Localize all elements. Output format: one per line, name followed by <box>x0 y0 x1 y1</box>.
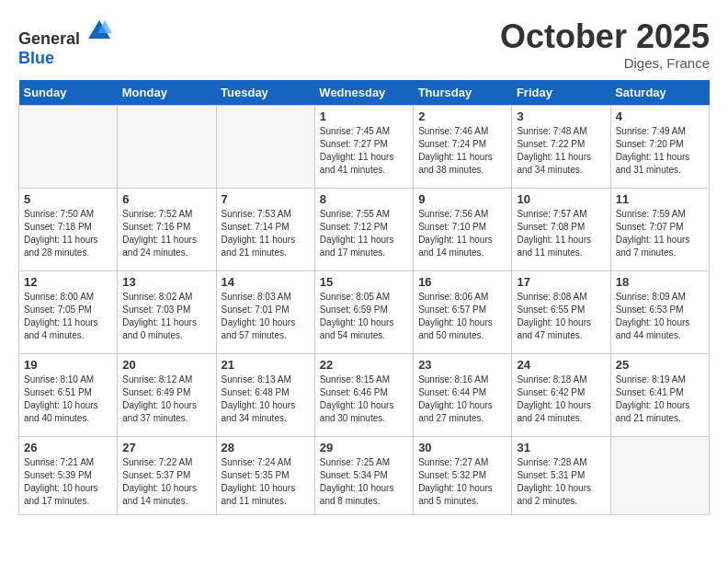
day-info: Sunrise: 8:15 AM Sunset: 6:46 PM Dayligh… <box>320 373 408 425</box>
location: Diges, France <box>500 55 710 71</box>
calendar-cell: 5Sunrise: 7:50 AM Sunset: 7:18 PM Daylig… <box>19 188 118 270</box>
day-number: 30 <box>418 441 506 454</box>
day-number: 16 <box>418 275 506 289</box>
calendar-cell <box>610 436 709 514</box>
calendar-cell: 4Sunrise: 7:49 AM Sunset: 7:20 PM Daylig… <box>610 105 709 188</box>
day-number: 26 <box>24 441 112 454</box>
day-number: 7 <box>222 192 310 206</box>
calendar-cell: 14Sunrise: 8:03 AM Sunset: 7:01 PM Dayli… <box>216 270 314 353</box>
day-number: 13 <box>122 275 210 289</box>
weekday-header-friday: Friday <box>512 80 610 106</box>
weekday-header-saturday: Saturday <box>610 80 709 106</box>
day-number: 11 <box>616 192 704 206</box>
day-number: 8 <box>320 192 408 206</box>
day-info: Sunrise: 8:09 AM Sunset: 6:53 PM Dayligh… <box>616 291 704 342</box>
day-info: Sunrise: 7:25 AM Sunset: 5:34 PM Dayligh… <box>320 456 408 508</box>
day-info: Sunrise: 7:53 AM Sunset: 7:14 PM Dayligh… <box>222 208 310 259</box>
calendar-cell: 31Sunrise: 7:28 AM Sunset: 5:31 PM Dayli… <box>512 436 610 514</box>
day-info: Sunrise: 7:49 AM Sunset: 7:20 PM Dayligh… <box>616 125 704 177</box>
page-header: General Blue October 2025 Diges, France <box>18 18 710 71</box>
day-number: 4 <box>616 109 704 123</box>
calendar-cell: 24Sunrise: 8:18 AM Sunset: 6:42 PM Dayli… <box>512 353 610 436</box>
day-number: 28 <box>222 441 310 454</box>
calendar-cell: 11Sunrise: 7:59 AM Sunset: 7:07 PM Dayli… <box>610 188 709 270</box>
day-number: 24 <box>517 358 605 372</box>
logo-general: General <box>18 29 80 48</box>
calendar-cell: 22Sunrise: 8:15 AM Sunset: 6:46 PM Dayli… <box>314 353 413 436</box>
day-number: 19 <box>24 358 112 372</box>
day-number: 9 <box>418 192 506 206</box>
day-info: Sunrise: 7:46 AM Sunset: 7:24 PM Dayligh… <box>418 125 506 177</box>
calendar-cell: 10Sunrise: 7:57 AM Sunset: 7:08 PM Dayli… <box>512 188 610 270</box>
calendar-cell: 25Sunrise: 8:19 AM Sunset: 6:41 PM Dayli… <box>610 353 709 436</box>
calendar-cell: 26Sunrise: 7:21 AM Sunset: 5:39 PM Dayli… <box>19 436 118 514</box>
day-info: Sunrise: 7:24 AM Sunset: 5:35 PM Dayligh… <box>222 456 310 508</box>
calendar-week-row: 26Sunrise: 7:21 AM Sunset: 5:39 PM Dayli… <box>19 436 710 514</box>
calendar-cell: 15Sunrise: 8:05 AM Sunset: 6:59 PM Dayli… <box>314 270 413 353</box>
calendar-cell <box>216 105 314 188</box>
weekday-header-row: SundayMondayTuesdayWednesdayThursdayFrid… <box>19 80 710 106</box>
day-number: 27 <box>122 441 210 454</box>
day-info: Sunrise: 8:19 AM Sunset: 6:41 PM Dayligh… <box>616 373 704 425</box>
day-number: 10 <box>517 192 605 206</box>
weekday-header-monday: Monday <box>118 80 216 106</box>
weekday-header-sunday: Sunday <box>19 80 118 106</box>
calendar-cell: 18Sunrise: 8:09 AM Sunset: 6:53 PM Dayli… <box>610 270 709 353</box>
calendar-cell: 23Sunrise: 8:16 AM Sunset: 6:44 PM Dayli… <box>414 353 512 436</box>
calendar-cell: 17Sunrise: 8:08 AM Sunset: 6:55 PM Dayli… <box>512 270 610 353</box>
day-info: Sunrise: 8:12 AM Sunset: 6:49 PM Dayligh… <box>122 373 210 425</box>
calendar-cell: 7Sunrise: 7:53 AM Sunset: 7:14 PM Daylig… <box>216 188 314 270</box>
calendar-week-row: 1Sunrise: 7:45 AM Sunset: 7:27 PM Daylig… <box>19 105 710 188</box>
calendar-week-row: 12Sunrise: 8:00 AM Sunset: 7:05 PM Dayli… <box>19 270 710 353</box>
calendar-cell <box>19 105 118 188</box>
calendar-cell: 13Sunrise: 8:02 AM Sunset: 7:03 PM Dayli… <box>118 270 216 353</box>
day-info: Sunrise: 8:13 AM Sunset: 6:48 PM Dayligh… <box>222 373 310 425</box>
day-info: Sunrise: 8:16 AM Sunset: 6:44 PM Dayligh… <box>418 373 506 425</box>
day-info: Sunrise: 7:55 AM Sunset: 7:12 PM Dayligh… <box>320 208 408 259</box>
calendar-cell: 6Sunrise: 7:52 AM Sunset: 7:16 PM Daylig… <box>118 188 216 270</box>
calendar-cell <box>118 105 216 188</box>
day-number: 5 <box>24 192 112 206</box>
day-number: 1 <box>320 109 408 123</box>
calendar-table: SundayMondayTuesdayWednesdayThursdayFrid… <box>18 80 710 515</box>
calendar-cell: 3Sunrise: 7:48 AM Sunset: 7:22 PM Daylig… <box>512 105 610 188</box>
calendar-cell: 29Sunrise: 7:25 AM Sunset: 5:34 PM Dayli… <box>314 436 413 514</box>
logo: General Blue <box>18 18 112 68</box>
day-info: Sunrise: 7:45 AM Sunset: 7:27 PM Dayligh… <box>320 125 408 177</box>
day-number: 14 <box>222 275 310 289</box>
day-info: Sunrise: 8:08 AM Sunset: 6:55 PM Dayligh… <box>517 291 605 342</box>
calendar-cell: 2Sunrise: 7:46 AM Sunset: 7:24 PM Daylig… <box>414 105 512 188</box>
weekday-header-thursday: Thursday <box>414 80 512 106</box>
weekday-header-wednesday: Wednesday <box>314 80 413 106</box>
title-block: October 2025 Diges, France <box>500 18 710 71</box>
calendar-week-row: 5Sunrise: 7:50 AM Sunset: 7:18 PM Daylig… <box>19 188 710 270</box>
day-number: 22 <box>320 358 408 372</box>
day-info: Sunrise: 7:28 AM Sunset: 5:31 PM Dayligh… <box>517 456 605 508</box>
month-title: October 2025 <box>500 18 710 55</box>
calendar-week-row: 19Sunrise: 8:10 AM Sunset: 6:51 PM Dayli… <box>19 353 710 436</box>
day-info: Sunrise: 7:57 AM Sunset: 7:08 PM Dayligh… <box>517 208 605 259</box>
day-info: Sunrise: 8:10 AM Sunset: 6:51 PM Dayligh… <box>24 373 112 425</box>
day-info: Sunrise: 7:59 AM Sunset: 7:07 PM Dayligh… <box>616 208 704 259</box>
calendar-cell: 20Sunrise: 8:12 AM Sunset: 6:49 PM Dayli… <box>118 353 216 436</box>
day-info: Sunrise: 8:05 AM Sunset: 6:59 PM Dayligh… <box>320 291 408 342</box>
day-number: 17 <box>517 275 605 289</box>
day-info: Sunrise: 7:52 AM Sunset: 7:16 PM Dayligh… <box>122 208 210 259</box>
calendar-cell: 19Sunrise: 8:10 AM Sunset: 6:51 PM Dayli… <box>19 353 118 436</box>
calendar-cell: 21Sunrise: 8:13 AM Sunset: 6:48 PM Dayli… <box>216 353 314 436</box>
calendar-cell: 8Sunrise: 7:55 AM Sunset: 7:12 PM Daylig… <box>314 188 413 270</box>
day-info: Sunrise: 8:18 AM Sunset: 6:42 PM Dayligh… <box>517 373 605 425</box>
day-info: Sunrise: 7:22 AM Sunset: 5:37 PM Dayligh… <box>122 456 210 508</box>
day-number: 3 <box>517 109 605 123</box>
day-info: Sunrise: 8:00 AM Sunset: 7:05 PM Dayligh… <box>24 291 112 342</box>
day-number: 21 <box>222 358 310 372</box>
day-info: Sunrise: 7:48 AM Sunset: 7:22 PM Dayligh… <box>517 125 605 177</box>
calendar-cell: 27Sunrise: 7:22 AM Sunset: 5:37 PM Dayli… <box>118 436 216 514</box>
calendar-cell: 16Sunrise: 8:06 AM Sunset: 6:57 PM Dayli… <box>414 270 512 353</box>
day-info: Sunrise: 7:56 AM Sunset: 7:10 PM Dayligh… <box>418 208 506 259</box>
day-number: 29 <box>320 441 408 454</box>
calendar-cell: 28Sunrise: 7:24 AM Sunset: 5:35 PM Dayli… <box>216 436 314 514</box>
day-info: Sunrise: 7:21 AM Sunset: 5:39 PM Dayligh… <box>24 456 112 508</box>
calendar-cell: 12Sunrise: 8:00 AM Sunset: 7:05 PM Dayli… <box>19 270 118 353</box>
day-number: 12 <box>24 275 112 289</box>
